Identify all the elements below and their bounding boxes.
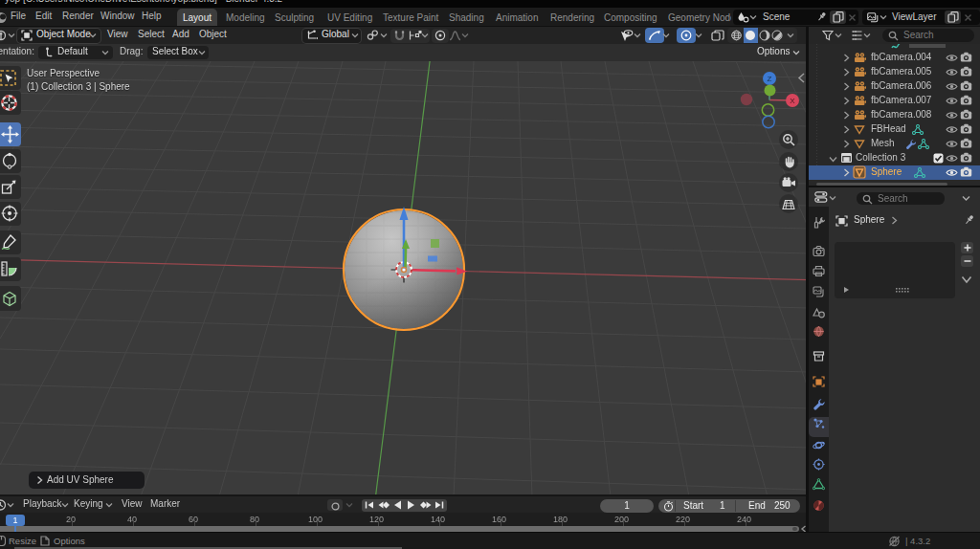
- svg-text:Z: Z: [768, 75, 772, 83]
- svg-text:X: X: [790, 97, 795, 105]
